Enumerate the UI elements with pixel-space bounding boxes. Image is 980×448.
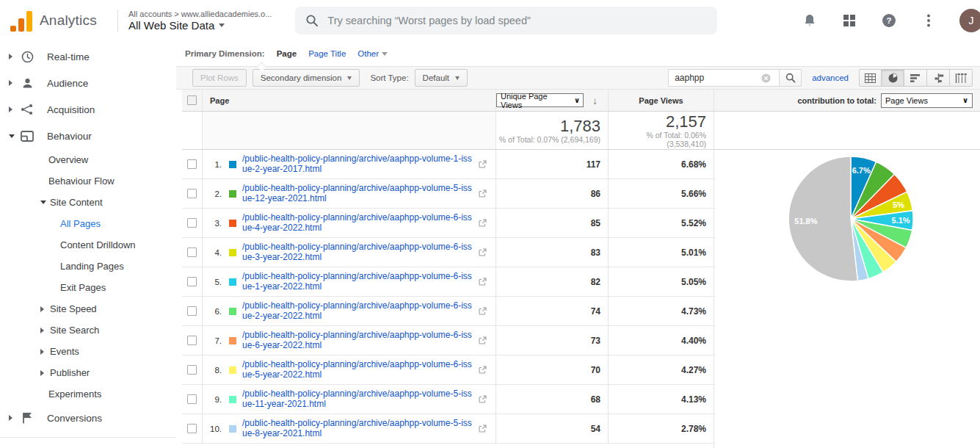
- data-view-performance-icon[interactable]: [904, 69, 927, 87]
- sidebar-item-site-search[interactable]: Site Search: [0, 319, 176, 341]
- sidebar-item-label: Content Drilldown: [0, 239, 136, 250]
- sidebar-item-site-content[interactable]: Site Content: [0, 192, 176, 213]
- global-search-bar[interactable]: Try searching “Worst pages by load speed…: [295, 7, 717, 35]
- chevron-down-icon: [219, 24, 225, 27]
- row-index: 8.: [203, 366, 222, 375]
- chevron-down-icon: [40, 200, 46, 204]
- series-color-swatch: [229, 366, 236, 374]
- row-checkbox[interactable]: [187, 365, 197, 375]
- breadcrumb[interactable]: All accounts > www.alliedacademies.o...: [128, 10, 272, 19]
- row-checkbox[interactable]: [187, 218, 197, 228]
- sidebar-item-acquisition[interactable]: Acquisition: [0, 96, 176, 123]
- open-in-new-icon[interactable]: [479, 189, 487, 198]
- table-search-input[interactable]: [675, 73, 761, 83]
- row-checkbox[interactable]: [187, 306, 197, 316]
- dimension-page-selected[interactable]: Page: [277, 49, 297, 58]
- open-in-new-icon[interactable]: [479, 307, 487, 315]
- search-icon: [305, 14, 319, 27]
- sidebar-item-exit-pages[interactable]: Exit Pages: [0, 277, 176, 298]
- page-url-link[interactable]: /public-health-policy-planning/archive/a…: [242, 213, 476, 233]
- plot-rows-button[interactable]: Plot Rows: [192, 69, 247, 87]
- sidebar-item-behaviour-flow[interactable]: Behaviour Flow: [0, 170, 176, 192]
- sort-type-dropdown[interactable]: Default: [415, 69, 468, 87]
- select-all-checkbox[interactable]: [187, 95, 197, 105]
- clear-search-icon[interactable]: [761, 73, 771, 83]
- row-checkbox[interactable]: [187, 189, 197, 198]
- clock-icon: [21, 50, 34, 63]
- open-in-new-icon[interactable]: [479, 160, 487, 168]
- apps-grid-icon[interactable]: [841, 12, 858, 29]
- sort-direction-icon[interactable]: ↓: [592, 95, 598, 106]
- sidebar-item-real-time[interactable]: Real-time: [0, 43, 176, 70]
- dimension-page-title-link[interactable]: Page Title: [308, 49, 346, 58]
- chevron-right-icon: [40, 349, 44, 355]
- data-view-percentage-icon[interactable]: [882, 69, 904, 87]
- page-url-link[interactable]: /public-health-policy-planning/archive/a…: [242, 301, 476, 321]
- header-divider: [117, 10, 118, 32]
- row-checkbox[interactable]: [187, 336, 197, 345]
- property-name[interactable]: All Web Site Data: [128, 19, 214, 32]
- metric-select-dropdown[interactable]: Unique Page Views∨: [496, 93, 584, 107]
- sidebar-item-overview[interactable]: Overview: [0, 149, 176, 170]
- sidebar-item-attribution[interactable]: AttributionBETA: [0, 442, 176, 448]
- notifications-bell-icon[interactable]: [801, 12, 819, 29]
- analytics-app: Analytics All accounts > www.alliedacade…: [0, 0, 980, 448]
- sidebar-item-experiments[interactable]: Experiments: [0, 383, 176, 405]
- column-header-page[interactable]: Page: [210, 96, 229, 105]
- sidebar-item-all-pages[interactable]: All Pages: [0, 213, 176, 234]
- sidebar-item-conversions[interactable]: Conversions: [0, 405, 176, 431]
- dimension-other-dropdown[interactable]: Other: [357, 49, 388, 58]
- sidebar-item-site-speed[interactable]: Site Speed: [0, 298, 176, 319]
- pie-slice-label: 5%: [893, 200, 904, 209]
- secondary-dimension-button[interactable]: Secondary dimension: [253, 69, 360, 87]
- series-color-swatch: [229, 278, 236, 286]
- sidebar-item-events[interactable]: Events: [0, 341, 176, 362]
- column-header-page-views[interactable]: Page Views: [639, 96, 683, 105]
- series-color-swatch: [229, 220, 236, 227]
- data-view-comparison-icon[interactable]: [927, 69, 950, 87]
- sidebar-item-landing-pages[interactable]: Landing Pages: [0, 256, 176, 277]
- table-search-button[interactable]: [780, 69, 802, 87]
- help-icon[interactable]: ?: [880, 12, 898, 29]
- pie-slice-label: 6.7%: [852, 166, 871, 175]
- page-url-link[interactable]: /public-health-policy-planning/archive/a…: [242, 389, 476, 409]
- open-in-new-icon[interactable]: [479, 395, 487, 403]
- advanced-search-link[interactable]: advanced: [812, 73, 849, 82]
- page-url-link[interactable]: /public-health-policy-planning/archive/a…: [242, 360, 476, 380]
- open-in-new-icon[interactable]: [479, 336, 487, 344]
- page-views-pct-value: 4.13%: [681, 394, 714, 405]
- kebab-menu-icon[interactable]: [920, 12, 937, 29]
- open-in-new-icon[interactable]: [479, 424, 487, 433]
- row-checkbox[interactable]: [187, 277, 197, 286]
- sidebar-item-audience[interactable]: Audience: [0, 70, 176, 96]
- total-page-views: 2,157: [609, 113, 706, 131]
- open-in-new-icon[interactable]: [479, 248, 487, 256]
- logo-area[interactable]: Analytics: [0, 10, 115, 32]
- sidebar-item-publisher[interactable]: Publisher: [0, 362, 176, 383]
- sidebar-item-behaviour[interactable]: Behaviour: [0, 123, 176, 149]
- page-url-link[interactable]: /public-health-policy-planning/archive/a…: [242, 272, 476, 292]
- page-url-link[interactable]: /public-health-policy-planning/archive/a…: [242, 242, 476, 262]
- page-url-link[interactable]: /public-health-policy-planning/archive/a…: [242, 154, 476, 174]
- contribution-metric-dropdown[interactable]: Page Views∨: [881, 93, 973, 108]
- page-views-pct-value: 4.27%: [681, 365, 714, 375]
- row-checkbox[interactable]: [187, 424, 197, 433]
- row-checkbox[interactable]: [187, 248, 197, 257]
- row-checkbox[interactable]: [187, 394, 197, 404]
- sidebar-item-content-drilldown[interactable]: Content Drilldown: [0, 234, 176, 256]
- data-view-table-icon[interactable]: [859, 69, 882, 87]
- page-url-link[interactable]: /public-health-policy-planning/archive/a…: [242, 184, 476, 203]
- data-view-pivot-icon[interactable]: [950, 69, 973, 87]
- page-url-link[interactable]: /public-health-policy-planning/archive/a…: [242, 419, 476, 438]
- open-in-new-icon[interactable]: [479, 366, 487, 374]
- avatar[interactable]: J: [959, 9, 980, 32]
- row-checkbox[interactable]: [187, 159, 197, 169]
- chevron-right-icon: [40, 328, 44, 333]
- open-in-new-icon[interactable]: [479, 278, 487, 286]
- contribution-pie-chart[interactable]: 6.7%5%5.1%51.8%: [714, 150, 980, 445]
- account-switcher[interactable]: All accounts > www.alliedacademies.o... …: [128, 10, 272, 32]
- acquisition-icon: [21, 103, 34, 116]
- table-search-field[interactable]: [668, 69, 780, 87]
- open-in-new-icon[interactable]: [479, 219, 487, 227]
- page-url-link[interactable]: /public-health-policy-planning/archive/a…: [242, 330, 476, 350]
